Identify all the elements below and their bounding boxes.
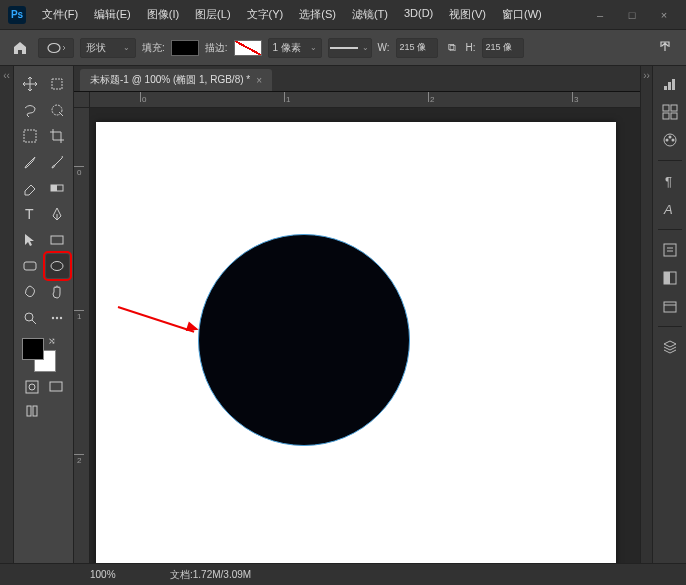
- canvas-workspace[interactable]: [90, 108, 640, 563]
- stroke-style-select[interactable]: ⌄: [328, 38, 372, 58]
- svg-rect-3: [24, 130, 36, 142]
- window-close-button[interactable]: ×: [650, 4, 678, 26]
- link-wh-icon[interactable]: ⧉: [444, 41, 460, 54]
- menu-type[interactable]: 文字(Y): [241, 4, 290, 25]
- svg-rect-25: [671, 113, 677, 119]
- window-minimize-button[interactable]: –: [586, 4, 614, 26]
- height-label: H:: [466, 42, 476, 53]
- svg-text:T: T: [25, 206, 34, 222]
- svg-rect-22: [663, 105, 669, 111]
- chevron-down-icon: ⌄: [362, 43, 369, 52]
- svg-rect-18: [33, 406, 37, 416]
- svg-point-28: [671, 139, 674, 142]
- svg-rect-24: [663, 113, 669, 119]
- custom-shape-tool[interactable]: [18, 280, 42, 304]
- adjustments-panel-icon[interactable]: [658, 266, 682, 290]
- svg-rect-34: [664, 272, 670, 284]
- eyedropper-tool[interactable]: [18, 150, 42, 174]
- stroke-width-value: 1 像素: [273, 41, 301, 55]
- fill-color-swatch[interactable]: [171, 40, 199, 56]
- status-zoom[interactable]: 100%: [90, 569, 150, 580]
- quick-select-tool[interactable]: [46, 98, 70, 122]
- svg-point-27: [668, 136, 671, 139]
- foreground-color[interactable]: [22, 338, 44, 360]
- histogram-panel-icon[interactable]: [658, 72, 682, 96]
- tool-preset-button[interactable]: [38, 38, 74, 58]
- document-tab[interactable]: 未标题-1 @ 100% (椭圆 1, RGB/8) * ×: [80, 69, 272, 91]
- artboard-tool[interactable]: [46, 72, 70, 96]
- svg-rect-17: [27, 406, 31, 416]
- swap-colors-icon[interactable]: ⤭: [48, 336, 56, 346]
- status-doc[interactable]: 文档:1.72M/3.09M: [170, 568, 251, 582]
- svg-rect-19: [664, 86, 667, 90]
- chevron-down-icon: ⌄: [310, 43, 317, 52]
- screen-mode-button[interactable]: [46, 378, 66, 396]
- menu-3d[interactable]: 3D(D): [398, 4, 439, 25]
- menu-edit[interactable]: 编辑(E): [88, 4, 137, 25]
- layers-panel-icon[interactable]: [658, 335, 682, 359]
- menu-filter[interactable]: 滤镜(T): [346, 4, 394, 25]
- move-tool[interactable]: [18, 72, 42, 96]
- menu-window[interactable]: 窗口(W): [496, 4, 548, 25]
- edit-toolbar-button[interactable]: [22, 402, 42, 420]
- svg-point-13: [60, 317, 62, 319]
- collapse-right-icon[interactable]: ››: [643, 70, 650, 81]
- artboard[interactable]: [96, 122, 616, 563]
- lasso-tool[interactable]: [18, 98, 42, 122]
- ellipse-tool[interactable]: [46, 254, 70, 278]
- home-button[interactable]: [8, 36, 32, 60]
- type-tool[interactable]: T: [18, 202, 42, 226]
- tool-mode-select[interactable]: 形状 ⌄: [80, 38, 136, 58]
- libraries-panel-icon[interactable]: [658, 294, 682, 318]
- share-button[interactable]: [658, 40, 678, 56]
- svg-point-15: [29, 384, 35, 390]
- menu-view[interactable]: 视图(V): [443, 4, 492, 25]
- more-tools[interactable]: [46, 306, 70, 330]
- height-input[interactable]: 215 像: [482, 38, 524, 58]
- swatches-panel-icon[interactable]: [658, 100, 682, 124]
- window-maximize-button[interactable]: □: [618, 4, 646, 26]
- color-swatches[interactable]: ⤭: [22, 338, 56, 372]
- svg-rect-5: [51, 185, 57, 191]
- eraser-tool[interactable]: [18, 176, 42, 200]
- brush-tool[interactable]: [46, 150, 70, 174]
- svg-rect-20: [668, 82, 671, 90]
- path-select-tool[interactable]: [18, 228, 42, 252]
- svg-rect-8: [24, 262, 36, 270]
- svg-point-10: [25, 313, 33, 321]
- menu-file[interactable]: 文件(F): [36, 4, 84, 25]
- menu-layer[interactable]: 图层(L): [189, 4, 236, 25]
- svg-text:A: A: [663, 202, 673, 217]
- properties-panel-icon[interactable]: [658, 238, 682, 262]
- svg-rect-1: [52, 79, 62, 89]
- crop-tool[interactable]: [46, 124, 70, 148]
- marquee-tool[interactable]: [18, 124, 42, 148]
- pen-tool[interactable]: [46, 202, 70, 226]
- rectangle-tool[interactable]: [46, 228, 70, 252]
- ellipse-shape[interactable]: [198, 234, 410, 446]
- menu-select[interactable]: 选择(S): [293, 4, 342, 25]
- width-input[interactable]: 215 像: [396, 38, 438, 58]
- menu-image[interactable]: 图像(I): [141, 4, 185, 25]
- color-panel-icon[interactable]: [658, 128, 682, 152]
- svg-rect-21: [672, 79, 675, 90]
- rounded-rect-tool[interactable]: [18, 254, 42, 278]
- stroke-color-swatch[interactable]: [234, 40, 262, 56]
- collapse-left-icon[interactable]: ‹‹: [3, 70, 10, 81]
- hand-tool[interactable]: [46, 280, 70, 304]
- svg-rect-23: [671, 105, 677, 111]
- tab-close-button[interactable]: ×: [256, 75, 262, 86]
- svg-text:¶: ¶: [665, 174, 672, 189]
- gradient-tool[interactable]: [46, 176, 70, 200]
- svg-rect-14: [26, 381, 38, 393]
- ruler-vertical[interactable]: 0123: [74, 108, 90, 563]
- svg-rect-7: [51, 236, 63, 244]
- paragraph-panel-icon[interactable]: ¶: [658, 169, 682, 193]
- stroke-width-input[interactable]: 1 像素 ⌄: [268, 38, 322, 58]
- zoom-tool[interactable]: [18, 306, 42, 330]
- ruler-origin[interactable]: [74, 92, 90, 108]
- fill-label: 填充:: [142, 41, 165, 55]
- quick-mask-button[interactable]: [22, 378, 42, 396]
- character-panel-icon[interactable]: A: [658, 197, 682, 221]
- ruler-horizontal[interactable]: 0123: [90, 92, 640, 108]
